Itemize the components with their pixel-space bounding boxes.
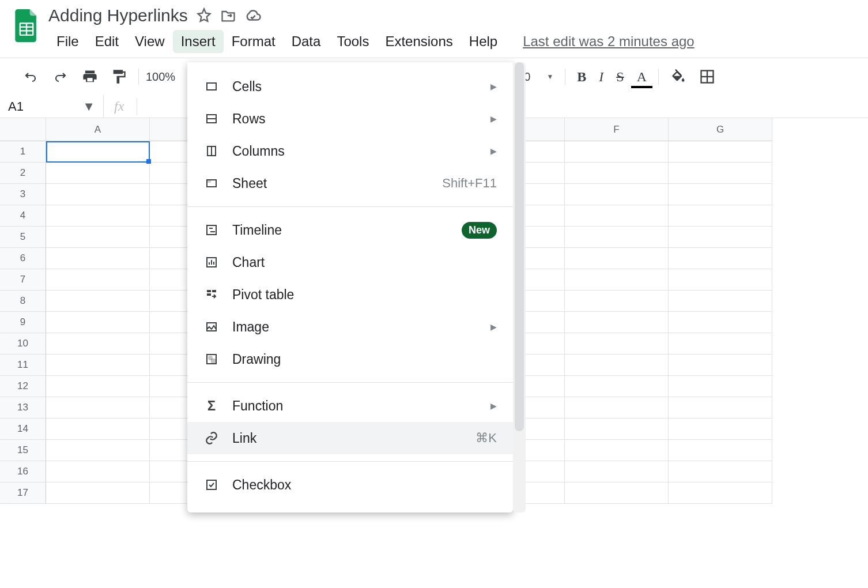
cell[interactable] (669, 333, 772, 355)
row-header[interactable]: 15 (0, 440, 46, 461)
menu-format[interactable]: Format (224, 30, 284, 53)
row-header[interactable]: 13 (0, 397, 46, 419)
cell[interactable] (46, 333, 150, 355)
cell[interactable] (669, 461, 772, 483)
row-header[interactable]: 7 (0, 269, 46, 291)
cell[interactable] (565, 291, 669, 312)
cell[interactable] (669, 376, 772, 397)
cell[interactable] (669, 483, 772, 504)
insert-function[interactable]: Σ Function ▶ (187, 390, 513, 422)
cell[interactable] (46, 227, 150, 248)
cell[interactable] (565, 440, 669, 461)
cell[interactable] (669, 141, 772, 163)
cell[interactable] (565, 141, 669, 163)
cell[interactable] (669, 419, 772, 440)
redo-icon[interactable] (47, 67, 74, 86)
cell[interactable] (565, 184, 669, 205)
insert-checkbox[interactable]: Checkbox (187, 469, 513, 501)
name-box[interactable]: A1 ▼ (0, 95, 104, 118)
menu-data[interactable]: Data (284, 30, 329, 53)
cell[interactable] (46, 269, 150, 291)
fill-color-icon[interactable] (666, 66, 691, 87)
row-header[interactable]: 11 (0, 355, 46, 376)
cell[interactable] (46, 419, 150, 440)
cell[interactable] (565, 483, 669, 504)
document-title[interactable]: Adding Hyperlinks (48, 6, 188, 25)
borders-icon[interactable] (695, 66, 720, 87)
cell[interactable] (46, 291, 150, 312)
cell[interactable] (669, 248, 772, 269)
insert-drawing[interactable]: Drawing (187, 343, 513, 375)
cell[interactable] (46, 184, 150, 205)
insert-image[interactable]: Image ▶ (187, 311, 513, 343)
cloud-status-icon[interactable] (244, 7, 262, 24)
insert-link[interactable]: Link ⌘K (187, 422, 513, 454)
menu-tools[interactable]: Tools (329, 30, 377, 53)
row-header[interactable]: 9 (0, 312, 46, 333)
row-header[interactable]: 17 (0, 483, 46, 504)
paint-format-icon[interactable] (106, 66, 131, 87)
cell[interactable] (669, 205, 772, 227)
cell[interactable] (565, 333, 669, 355)
insert-timeline[interactable]: Timeline New (187, 214, 513, 246)
menu-help[interactable]: Help (461, 30, 505, 53)
cell[interactable] (565, 312, 669, 333)
cell[interactable] (565, 355, 669, 376)
column-header[interactable]: F (565, 118, 669, 141)
cell[interactable] (565, 461, 669, 483)
menu-view[interactable]: View (127, 30, 173, 53)
cell[interactable] (565, 227, 669, 248)
insert-rows[interactable]: Rows ▶ (187, 103, 513, 135)
row-header[interactable]: 4 (0, 205, 46, 227)
menu-edit[interactable]: Edit (87, 30, 127, 53)
cell[interactable] (46, 461, 150, 483)
strikethrough-button[interactable]: S (612, 67, 628, 87)
cell[interactable] (669, 291, 772, 312)
sheets-logo[interactable] (12, 6, 41, 46)
insert-chart[interactable]: Chart (187, 246, 513, 278)
cell[interactable] (565, 376, 669, 397)
name-box-dropdown-icon[interactable]: ▼ (82, 99, 95, 114)
cell[interactable] (669, 440, 772, 461)
row-header[interactable]: 8 (0, 291, 46, 312)
cell[interactable] (565, 248, 669, 269)
insert-sheet[interactable]: Sheet Shift+F11 (187, 167, 513, 199)
last-edit-link[interactable]: Last edit was 2 minutes ago (523, 33, 695, 50)
italic-button[interactable]: I (594, 67, 608, 87)
cell[interactable] (46, 248, 150, 269)
cell[interactable] (46, 141, 150, 163)
font-size-dropdown-icon[interactable]: ▼ (542, 73, 558, 81)
insert-columns[interactable]: Columns ▶ (187, 135, 513, 167)
star-icon[interactable] (196, 7, 212, 24)
cell[interactable] (46, 483, 150, 504)
cell[interactable] (565, 419, 669, 440)
cell[interactable] (669, 312, 772, 333)
row-header[interactable]: 6 (0, 248, 46, 269)
cell[interactable] (669, 269, 772, 291)
row-header[interactable]: 10 (0, 333, 46, 355)
dropdown-scrollbar[interactable] (513, 62, 526, 512)
cell[interactable] (565, 163, 669, 184)
cell[interactable] (46, 376, 150, 397)
column-header[interactable]: G (669, 118, 772, 141)
cell[interactable] (669, 184, 772, 205)
cell[interactable] (669, 163, 772, 184)
select-all-corner[interactable] (0, 118, 46, 141)
menu-insert[interactable]: Insert (173, 30, 224, 53)
cell[interactable] (46, 397, 150, 419)
cell[interactable] (565, 205, 669, 227)
cell[interactable] (46, 205, 150, 227)
menu-extensions[interactable]: Extensions (377, 30, 461, 53)
menu-file[interactable]: File (48, 30, 87, 53)
bold-button[interactable]: B (572, 67, 591, 87)
cell[interactable] (46, 163, 150, 184)
cell[interactable] (46, 312, 150, 333)
zoom-level[interactable]: 100% (146, 70, 180, 84)
text-color-button[interactable]: A (632, 67, 651, 87)
cell[interactable] (565, 269, 669, 291)
cell[interactable] (669, 227, 772, 248)
row-header[interactable]: 12 (0, 376, 46, 397)
print-icon[interactable] (77, 66, 103, 87)
cell[interactable] (46, 355, 150, 376)
cell[interactable] (669, 397, 772, 419)
